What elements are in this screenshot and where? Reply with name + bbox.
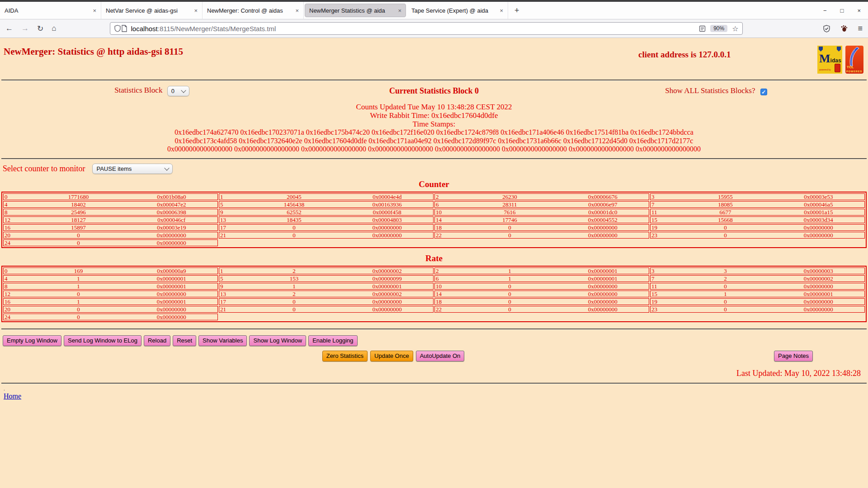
stat-hex: 0x00000000 <box>341 299 433 305</box>
log-button[interactable]: Reset <box>173 335 196 346</box>
stat-hex: 0x00000000 <box>557 225 649 230</box>
rate-table-title: Rate <box>0 253 868 263</box>
home-icon[interactable]: ⌂ <box>52 24 56 33</box>
back-icon[interactable]: ← <box>5 24 13 33</box>
tab-close-icon[interactable]: × <box>295 7 299 14</box>
zoom-level-indicator[interactable]: 90% <box>710 25 727 32</box>
reload-icon[interactable]: ↻ <box>37 24 43 33</box>
table-row: 1200x000000001320x000000021400x000000001… <box>3 291 865 297</box>
table-row: 4184020x000047e2514564380x00163936628311… <box>3 201 865 208</box>
stat-hex: 0x00003e19 <box>126 225 217 230</box>
stat-value: 0 <box>462 225 557 230</box>
page-info-icon[interactable] <box>121 25 127 32</box>
log-button[interactable]: Show Log Window <box>249 335 306 346</box>
midas-logo[interactable]: Midas powered by <box>817 46 842 74</box>
stat-cell-group: 6283110x00006e97 <box>434 201 649 208</box>
log-button[interactable]: Show Variables <box>198 335 247 346</box>
stat-cell-group: 1700x00000000 <box>219 224 434 231</box>
tab-close-icon[interactable]: × <box>500 7 503 14</box>
stat-index: 21 <box>219 232 247 238</box>
stat-hex: 0x00000000 <box>557 232 649 238</box>
shield-permissions-icon[interactable] <box>114 25 121 32</box>
stat-value: 0 <box>678 283 772 289</box>
stat-hex: 0x00000000 <box>557 283 649 289</box>
browser-tab[interactable]: AIDA× <box>0 2 101 19</box>
action-button[interactable]: AutoUpdate On <box>416 351 465 361</box>
stat-index: 15 <box>651 217 678 223</box>
stat-cell-group: 1800x00000000 <box>434 224 649 231</box>
log-button[interactable]: Empty Log Window <box>3 335 61 346</box>
monitor-selected-value: PAUSE items <box>96 165 132 172</box>
stat-index: 24 <box>4 314 31 320</box>
stat-cell-group: 01690x000000a9 <box>3 267 218 274</box>
gnome-foot-extension-icon[interactable] <box>840 25 848 32</box>
stat-index: 21 <box>219 306 247 312</box>
stat-hex: 0x00000001 <box>126 276 217 282</box>
log-button[interactable]: Reload <box>144 335 170 346</box>
tab-close-icon[interactable]: × <box>194 7 198 14</box>
stat-hex: 0x00003d34 <box>773 217 864 223</box>
stat-index: 2 <box>435 268 462 274</box>
tab-close-icon[interactable]: × <box>93 7 96 14</box>
table-row: 01690x000000a9120x00000002210x0000000133… <box>3 267 865 274</box>
page-notes-button[interactable]: Page Notes <box>774 351 813 361</box>
stat-hex: 0x00000000 <box>557 306 649 312</box>
action-button[interactable]: Update Once <box>370 351 413 361</box>
stat-value: 7616 <box>462 209 557 215</box>
stat-cell-group: 514564380x00163936 <box>219 201 434 208</box>
counter-monitor-select[interactable]: PAUSE items <box>92 164 173 174</box>
stat-cell-group: 1900x00000000 <box>650 224 865 231</box>
stat-cell-group: 1400x00000000 <box>434 291 649 297</box>
logo-group: Midas powered by TCL POWERED <box>817 46 863 74</box>
stat-index: 6 <box>435 276 462 282</box>
stat-cell-group: 1200450x00004e4d <box>219 193 434 200</box>
tab-close-icon[interactable]: × <box>398 7 401 14</box>
action-button-row: Zero StatisticsUpdate OnceAutoUpdate On <box>0 351 868 361</box>
stat-value: 25496 <box>31 209 125 215</box>
stat-value: 0 <box>31 291 125 297</box>
url-bar[interactable]: localhost:8115/NewMerger/Stats/MergeStat… <box>110 22 743 35</box>
page-footer: Empty Log WindowSend Log Window to ELogR… <box>0 335 868 378</box>
tab-strip: AIDA×NetVar Service @ aidas-gsi×NewMerge… <box>0 2 508 19</box>
stat-hex: 0x00000002 <box>341 291 433 297</box>
close-button[interactable]: × <box>857 7 861 14</box>
stat-value: 153 <box>247 276 341 282</box>
browser-tab[interactable]: NewMerger Statistics @ aida× <box>305 4 406 17</box>
write-rabbit-time-text: Write Rabbit Time: 0x16edbc17604d0dfe <box>0 111 868 120</box>
table-row: 410x0000000151530x00000099610x0000000172… <box>3 275 865 282</box>
stats-block-label: Statistics Block <box>114 86 162 94</box>
url-text[interactable]: localhost:8115/NewMerger/Stats/MergeStat… <box>131 25 699 33</box>
browser-tab[interactable]: Tape Service (Expert) @ aida× <box>407 2 508 19</box>
stat-index: 12 <box>4 291 31 297</box>
stats-block-select[interactable]: 0 <box>167 86 189 96</box>
browser-tab[interactable]: NewMerger: Control @ aidas× <box>203 2 304 19</box>
stat-index: 2 <box>435 194 462 200</box>
bookmark-star-icon[interactable]: ☆ <box>732 24 738 33</box>
stat-cell-group: 16158970x00003e19 <box>3 224 218 231</box>
home-link[interactable]: Home <box>4 392 21 400</box>
new-tab-button[interactable]: + <box>508 2 526 19</box>
stat-hex: 0x00000000 <box>773 232 864 238</box>
forward-icon[interactable]: → <box>21 24 29 33</box>
stat-cell-group: 14177460x00004552 <box>434 216 649 223</box>
reader-mode-icon[interactable] <box>699 25 706 32</box>
action-button[interactable]: Zero Statistics <box>322 351 368 361</box>
stat-value: 1 <box>31 283 125 289</box>
url-path: :8115/NewMerger/Stats/MergeStats.tml <box>158 25 276 33</box>
current-block-heading: Current Statistics Block 0 <box>304 86 564 96</box>
stat-index: 18 <box>435 299 462 305</box>
browser-tab[interactable]: NetVar Service @ aidas-gsi× <box>101 2 203 19</box>
tcl-powered-logo[interactable]: TCL POWERED <box>845 46 863 74</box>
restore-button[interactable]: □ <box>840 7 844 14</box>
stat-cell-group: 15156680x00003d34 <box>650 216 865 223</box>
log-button[interactable]: Enable Logging <box>308 335 357 346</box>
stat-hex: 0x00000001 <box>773 291 864 297</box>
log-button[interactable]: Send Log Window to ELog <box>64 335 142 346</box>
minimize-button[interactable]: − <box>823 7 827 14</box>
shield-check-extension-icon[interactable] <box>823 25 830 33</box>
stat-cell-group: 330x00000003 <box>650 267 865 274</box>
show-all-checkbox[interactable]: ✓ <box>760 89 767 95</box>
stat-index: 16 <box>4 225 31 230</box>
hamburger-menu-icon[interactable]: ≡ <box>858 24 863 33</box>
stat-index: 4 <box>4 202 31 207</box>
